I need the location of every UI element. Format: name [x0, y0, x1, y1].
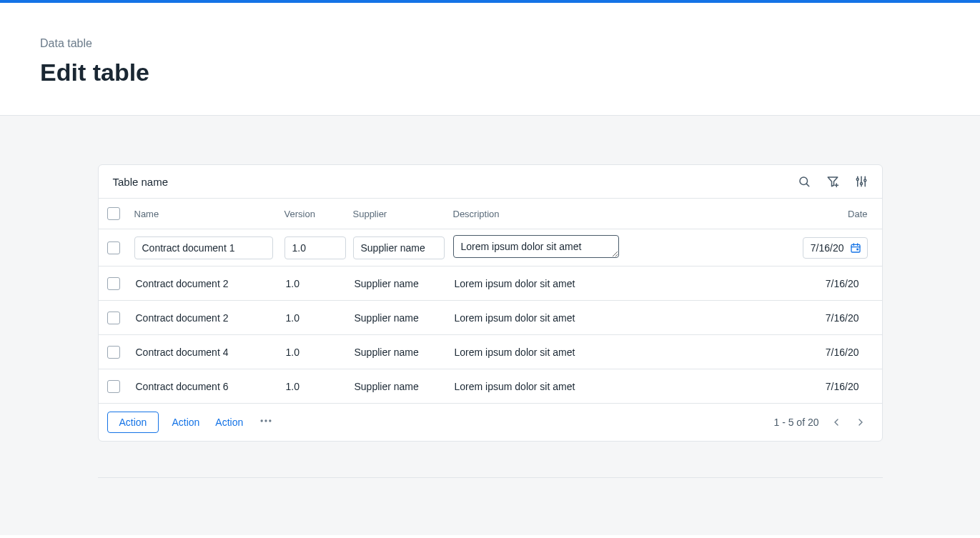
table-toolbar: Table name [99, 165, 882, 199]
svg-point-8 [860, 183, 862, 185]
pagination: 1 - 5 of 20 [773, 416, 867, 429]
row-checkbox[interactable] [107, 380, 120, 393]
column-header-description[interactable]: Description [453, 209, 778, 219]
name-input[interactable] [134, 236, 273, 259]
cell-description: Lorem ipsum dolor sit amet [453, 312, 778, 324]
filter-add-icon[interactable] [826, 175, 839, 188]
date-input[interactable]: 7/16/20 [803, 237, 868, 259]
cell-name: Contract document 6 [134, 381, 284, 392]
cell-supplier: Supplier name [353, 278, 453, 289]
cell-version: 1.0 [284, 312, 353, 324]
svg-rect-11 [851, 244, 860, 252]
cell-supplier: Supplier name [353, 381, 453, 392]
row-checkbox[interactable] [107, 277, 120, 290]
row-checkbox[interactable] [107, 241, 120, 254]
cell-date: 7/16/20 [778, 312, 868, 324]
footer-actions: Action Action Action [107, 411, 277, 434]
column-header-date[interactable]: Date [778, 209, 868, 219]
supplier-input[interactable] [353, 236, 445, 259]
date-value: 7/16/20 [811, 242, 844, 254]
sliders-icon[interactable] [855, 175, 868, 188]
chevron-right-icon[interactable] [855, 416, 868, 429]
cell-supplier: Supplier name [353, 347, 453, 358]
cell-name: Contract document 2 [134, 278, 284, 289]
section-divider [98, 477, 883, 478]
action-button-primary[interactable]: Action [107, 412, 159, 433]
svg-point-16 [261, 419, 263, 422]
table-row[interactable]: Contract document 2 1.0 Supplier name Lo… [99, 301, 882, 335]
data-table-card: Table name [98, 164, 883, 442]
svg-point-17 [265, 419, 267, 422]
action-link[interactable]: Action [169, 412, 202, 432]
table-row: 7/16/20 [99, 229, 882, 266]
pagination-range: 1 - 5 of 20 [773, 417, 818, 428]
description-input[interactable] [453, 235, 619, 258]
table-header-row: Name Version Supplier Description Date [99, 199, 882, 229]
column-header-name[interactable]: Name [134, 209, 284, 219]
svg-line-1 [806, 184, 808, 186]
toolbar-actions [798, 175, 868, 188]
cell-date: 7/16/20 [778, 278, 868, 289]
table-title: Table name [113, 176, 169, 188]
svg-rect-15 [856, 248, 858, 250]
cell-supplier: Supplier name [353, 312, 453, 324]
calendar-icon[interactable] [850, 242, 861, 254]
breadcrumb: Data table [40, 37, 940, 50]
table-row[interactable]: Contract document 4 1.0 Supplier name Lo… [99, 335, 882, 369]
content-area: Table name [0, 116, 980, 535]
cell-description: Lorem ipsum dolor sit amet [453, 278, 778, 289]
table-row[interactable]: Contract document 6 1.0 Supplier name Lo… [99, 369, 882, 404]
chevron-left-icon[interactable] [831, 416, 843, 429]
table-row[interactable]: Contract document 2 1.0 Supplier name Lo… [99, 266, 882, 301]
svg-point-10 [863, 179, 866, 181]
row-checkbox[interactable] [107, 346, 120, 359]
more-horizontal-icon[interactable] [256, 411, 276, 434]
table-footer: Action Action Action 1 - 5 of 20 [99, 404, 882, 441]
cell-date: 7/16/20 [778, 381, 868, 392]
action-link[interactable]: Action [212, 412, 246, 432]
cell-version: 1.0 [284, 278, 353, 289]
cell-description: Lorem ipsum dolor sit amet [453, 347, 778, 358]
row-checkbox[interactable] [107, 312, 120, 324]
column-header-version[interactable]: Version [284, 209, 353, 219]
svg-point-18 [269, 419, 271, 422]
cell-description: Lorem ipsum dolor sit amet [453, 381, 778, 392]
cell-version: 1.0 [284, 347, 353, 358]
cell-version: 1.0 [284, 381, 353, 392]
cell-name: Contract document 2 [134, 312, 284, 324]
search-icon[interactable] [798, 175, 811, 188]
page-title: Edit table [40, 59, 940, 86]
select-all-checkbox[interactable] [107, 207, 120, 220]
svg-point-6 [856, 179, 858, 181]
cell-name: Contract document 4 [134, 347, 284, 358]
version-input[interactable] [284, 236, 346, 259]
cell-date: 7/16/20 [778, 347, 868, 358]
page-header: Data table Edit table [0, 3, 980, 116]
column-header-supplier[interactable]: Supplier [353, 209, 453, 219]
